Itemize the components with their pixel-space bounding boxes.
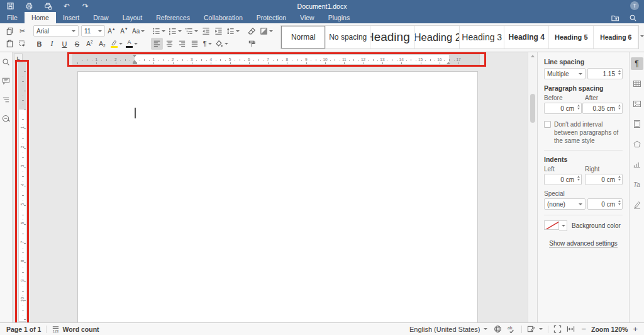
scrollbar-thumb[interactable] (530, 94, 535, 123)
find-icon[interactable] (1, 57, 11, 67)
copy-button[interactable] (4, 25, 16, 37)
style-normal[interactable]: Normal (281, 26, 326, 48)
paste-button[interactable] (4, 38, 16, 50)
align-right-button[interactable] (176, 38, 188, 50)
italic-button[interactable]: I (46, 38, 58, 50)
zoom-level-indicator[interactable]: Zoom 120% (591, 326, 628, 333)
numbering-button[interactable] (167, 25, 183, 37)
shape-settings-icon[interactable] (631, 138, 643, 150)
align-center-button[interactable] (164, 38, 175, 50)
nonprinting-characters-button[interactable]: ¶ (201, 38, 213, 50)
word-count-button[interactable]: 123 Word count (52, 325, 99, 333)
style-heading-3[interactable]: Heading 3 (460, 26, 504, 48)
horizontal-ruler[interactable]: 211234567891011121314151617 (72, 54, 480, 65)
font-size-combo[interactable]: 11 (81, 25, 105, 37)
spell-checking-icon[interactable]: ab (508, 325, 516, 333)
user-avatar[interactable]: T (630, 1, 639, 10)
increase-indent-button[interactable] (213, 25, 225, 37)
tab-protection[interactable]: Protection (250, 12, 293, 23)
styles-gallery-more-button[interactable] (639, 25, 644, 47)
open-file-location-icon[interactable] (610, 13, 620, 23)
paragraph-settings-icon[interactable]: ¶ (631, 57, 643, 70)
superscript-button[interactable]: A2 (84, 38, 96, 50)
decrease-indent-button[interactable] (200, 25, 212, 37)
tab-home[interactable]: Home (25, 12, 56, 23)
bullets-button[interactable] (151, 25, 167, 37)
save-icon[interactable] (5, 1, 15, 11)
indent-left-spinner[interactable]: 0 cm (544, 174, 582, 185)
text-art-settings-icon[interactable]: Ta (631, 178, 643, 191)
underline-button[interactable]: U (58, 38, 70, 50)
font-color-button[interactable]: A (125, 38, 139, 50)
quick-print-icon[interactable] (43, 1, 53, 11)
header-footer-settings-icon[interactable] (631, 118, 643, 130)
chart-settings-icon[interactable] (631, 158, 643, 171)
tab-insert[interactable]: Insert (56, 12, 86, 23)
line-spacing-button[interactable] (225, 25, 241, 37)
spacing-before-spinner[interactable]: 0 cm (544, 103, 582, 114)
highlight-color-button[interactable] (109, 38, 124, 50)
undo-icon[interactable]: ↶ (62, 1, 72, 11)
comments-icon[interactable] (1, 76, 11, 86)
clear-style-button[interactable] (246, 25, 258, 37)
style-heading-5[interactable]: Heading 5 (549, 26, 594, 48)
style-no-spacing[interactable]: No spacing (326, 26, 370, 48)
vertical-ruler[interactable]: 12345678910 (18, 62, 26, 322)
feedback-support-icon[interactable] (1, 114, 11, 123)
zoom-in-button[interactable]: + (633, 324, 638, 334)
track-changes-button[interactable] (527, 325, 543, 333)
shading-color-button[interactable] (258, 25, 274, 37)
first-line-indent-marker[interactable] (133, 55, 136, 57)
paragraph-shading-button[interactable] (214, 38, 230, 50)
change-case-button[interactable]: Aa (131, 25, 146, 37)
increment-font-size-button[interactable]: A▲ (106, 25, 118, 37)
bold-button[interactable]: B (33, 38, 45, 50)
fit-to-width-icon[interactable] (567, 325, 575, 333)
tab-view[interactable]: View (293, 12, 321, 23)
print-icon[interactable] (24, 1, 34, 11)
justify-button[interactable] (189, 38, 201, 50)
line-spacing-value-spinner[interactable]: 1.15 (587, 68, 623, 79)
special-indent-spinner[interactable]: 0 cm (587, 198, 623, 210)
tab-plugins[interactable]: Plugins (321, 12, 357, 23)
page-number-indicator[interactable]: Page 1 of 1 (6, 326, 41, 333)
background-color-picker[interactable] (544, 220, 567, 231)
line-spacing-select[interactable]: Multiple (544, 68, 586, 79)
document-canvas[interactable]: L 211234567891011121314151617 1234567891… (13, 52, 528, 322)
language-selector[interactable]: English (United States) (409, 326, 488, 333)
show-advanced-settings-link[interactable]: Show advanced settings (549, 240, 617, 247)
set-document-language-icon[interactable] (494, 325, 502, 333)
copy-style-button[interactable] (246, 38, 258, 50)
style-heading-6[interactable]: Heading 6 (594, 26, 638, 48)
style-heading-2[interactable]: Heading 2 (415, 26, 460, 48)
align-left-button[interactable] (151, 38, 163, 50)
document-page[interactable] (77, 71, 478, 322)
table-settings-icon[interactable] (631, 77, 643, 90)
search-icon[interactable] (628, 13, 638, 23)
subscript-button[interactable]: A2 (96, 38, 108, 50)
tab-stop-selector[interactable]: L (14, 54, 23, 62)
image-settings-icon[interactable] (631, 98, 643, 110)
select-all-button[interactable] (16, 38, 28, 50)
tab-draw[interactable]: Draw (86, 12, 116, 23)
special-indent-select[interactable]: (none) (544, 198, 586, 210)
tab-layout[interactable]: Layout (116, 12, 150, 23)
zoom-out-button[interactable]: − (581, 324, 586, 334)
right-indent-marker[interactable] (447, 62, 450, 64)
style-heading-1[interactable]: Heading 1 (370, 26, 415, 48)
style-heading-4[interactable]: Heading 4 (504, 26, 549, 48)
cut-button[interactable]: ✂ (16, 25, 28, 37)
fit-to-page-icon[interactable] (553, 325, 562, 333)
signature-settings-icon[interactable] (631, 198, 643, 211)
tab-file[interactable]: File (0, 12, 25, 23)
indent-right-spinner[interactable]: 0 cm (585, 174, 623, 185)
redo-icon[interactable]: ↷ (80, 1, 91, 11)
navigation-headings-icon[interactable] (1, 95, 11, 105)
tab-collaboration[interactable]: Collaboration (197, 12, 250, 23)
spacing-after-spinner[interactable]: 0.35 cm (582, 103, 623, 114)
tab-references[interactable]: References (149, 12, 197, 23)
scroll-up-arrow-icon[interactable] (531, 55, 535, 57)
multilevel-list-button[interactable] (184, 25, 199, 37)
left-indent-marker[interactable] (133, 62, 137, 64)
strikethrough-button[interactable]: S (71, 38, 83, 50)
